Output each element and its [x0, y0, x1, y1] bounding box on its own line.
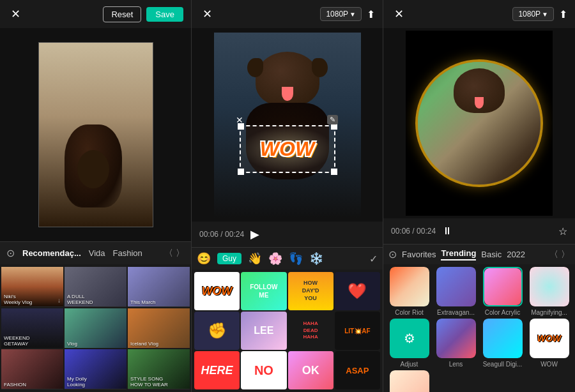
effect-label-extravagant: Extravagan... — [437, 309, 475, 316]
left-category-bar: ⊙ Recomendaç... Vida Fashion 〈 〉 — [0, 241, 191, 264]
right-upload-icon[interactable]: ⬆ — [559, 8, 567, 20]
effect-color-riot[interactable]: Color Riot — [387, 267, 431, 316]
category-recomend[interactable]: Recomendaç... — [22, 248, 81, 258]
circle-effect-frame — [415, 59, 543, 187]
template-label: WEEKENDGETAWAY — [4, 335, 29, 347]
sticker-cat-foot[interactable]: 👣 — [289, 252, 303, 266]
right-time-display: 00:06 / 00:24 — [391, 227, 436, 236]
sticker-follow-text: FOLLOWME — [250, 283, 277, 299]
effect-magnifying[interactable]: Magnifying... — [527, 267, 571, 316]
stickers-grid: WOW FOLLOWME HOWDAY'DYOU ❤️ ✊ LEE HAHADE… — [192, 269, 383, 392]
middle-topbar-controls: 1080P ▼ ⬆ — [320, 7, 375, 21]
right-topbar: ✕ 1080P ▼ ⬆ — [383, 0, 575, 28]
sticker-wow[interactable]: WOW — [194, 272, 240, 310]
right-playback-bar: 00:06 / 00:24 ⏸ ☆ — [383, 218, 575, 244]
sticker-asap[interactable]: ASAP — [335, 351, 380, 389]
sticker-handle-br[interactable] — [331, 169, 337, 175]
effects-cat-basic[interactable]: Basic — [481, 250, 502, 259]
effect-extravagant[interactable]: Extravagan... — [434, 267, 478, 316]
middle-canvas: WOW ✕ ✎ — [192, 28, 383, 222]
template-item[interactable]: This March — [128, 267, 190, 307]
right-pause-button[interactable]: ⏸ — [442, 225, 454, 237]
right-resolution-badge[interactable]: 1080P ▼ — [512, 7, 554, 21]
sticker-fist[interactable]: ✊ — [194, 312, 240, 350]
upload-icon[interactable]: ⬆ — [367, 8, 375, 20]
save-button[interactable]: Save — [146, 7, 183, 22]
left-topbar-actions: Reset Save — [103, 6, 183, 22]
sticker-lit[interactable]: LIT💥AF — [335, 312, 380, 350]
effect-label-wow: WOW — [540, 361, 558, 368]
sticker-fist-text: ✊ — [208, 322, 227, 340]
sticker-ok-text: OK — [302, 364, 319, 377]
sticker-wow-text: WOW — [202, 285, 233, 298]
effects-icon[interactable]: ⊙ — [388, 248, 397, 260]
middle-play-button[interactable]: ▶ — [250, 227, 259, 241]
effects-arrow[interactable]: 〈 〉 — [549, 249, 570, 260]
effect-lens[interactable]: Lens — [434, 319, 478, 368]
effect-label-lens: Lens — [449, 361, 463, 368]
right-canvas — [383, 28, 575, 218]
effect-wow-text: WOW — [537, 333, 561, 343]
resolution-badge[interactable]: 1080P ▼ — [320, 7, 362, 21]
category-vida[interactable]: Vida — [89, 248, 105, 258]
sticker-lee-text: LEE — [254, 325, 273, 336]
effect-adjust[interactable]: ⚙ Adjust — [387, 319, 431, 368]
effects-category-bar: ⊙ Favorites Trending Basic 2022 〈 〉 — [383, 244, 575, 264]
sticker-cat-snow[interactable]: ❄️ — [309, 252, 323, 266]
effect-label-magnifying: Magnifying... — [531, 309, 567, 316]
sticker-here[interactable]: HERE — [194, 351, 240, 389]
sticker-ok[interactable]: OK — [288, 351, 334, 389]
effect-thumb-magnifying — [530, 267, 569, 306]
sticker-cat-flower[interactable]: 🌸 — [268, 252, 282, 266]
sticker-here-text: HERE — [201, 364, 233, 377]
sticker-heart[interactable]: ❤️ — [335, 272, 380, 310]
middle-close-icon[interactable]: ✕ — [199, 7, 215, 21]
left-close-icon[interactable]: ✕ — [8, 7, 23, 21]
effect-thumb-color-riot — [390, 267, 429, 306]
sticker-cat-guy[interactable]: Guy — [217, 253, 241, 264]
effect-thumb-sad2 — [390, 370, 429, 392]
sticker-no[interactable]: NO — [241, 351, 286, 389]
sticker-edit-icon[interactable]: ✎ — [327, 115, 338, 124]
right-panel: ✕ 1080P ▼ ⬆ 00:06 / 00:24 ⏸ — [383, 0, 575, 392]
sticker-haha-text: HAHADEADHAHA — [303, 320, 318, 340]
template-item[interactable]: Iceland Vlog — [128, 308, 190, 349]
template-item[interactable]: Niki'sWeekly Vlog ↓ — [1, 267, 63, 307]
sticker-cat-wave[interactable]: 👋 — [248, 252, 262, 266]
middle-time-display: 00:06 / 00:24 — [199, 230, 244, 239]
sticker-handle-bl[interactable] — [238, 169, 244, 175]
effects-cat-trending[interactable]: Trending — [441, 248, 476, 260]
reset-button[interactable]: Reset — [103, 6, 141, 22]
sticker-close-icon[interactable]: ✕ — [236, 115, 243, 125]
sticker-haha[interactable]: HAHADEADHAHA — [288, 312, 334, 350]
template-item[interactable]: My DollyLooking — [65, 349, 126, 389]
sticker-lee[interactable]: LEE — [241, 312, 286, 350]
sticker-follow[interactable]: FOLLOWME — [241, 272, 286, 310]
effects-cat-favorites[interactable]: Favorites — [402, 250, 436, 259]
effect-thumb-adjust: ⚙ — [390, 319, 429, 358]
effects-cat-2022[interactable]: 2022 — [507, 250, 525, 259]
template-label: A DULLWEEKEND — [67, 294, 93, 305]
middle-video-preview: WOW ✕ ✎ — [214, 33, 361, 218]
right-star-button[interactable]: ☆ — [558, 225, 567, 237]
category-arrow[interactable]: 〈 〉 — [164, 248, 185, 259]
left-panel: ✕ Reset Save ⊙ Recomendaç... Vida Fashio… — [0, 0, 192, 392]
effect-color-acrylic[interactable]: Color Acrylic — [480, 267, 525, 316]
template-item[interactable]: A DULLWEEKEND — [65, 267, 126, 307]
template-item[interactable]: STYLE SONGHOW TO WEAR — [128, 349, 190, 389]
effect-seagull[interactable]: Seagull Digi... — [480, 319, 525, 368]
template-item[interactable]: Vlog — [65, 308, 126, 349]
sticker-cat-emoji[interactable]: 😊 — [197, 252, 211, 266]
right-close-icon[interactable]: ✕ — [391, 7, 406, 21]
effect-wow[interactable]: WOW WOW — [527, 319, 571, 368]
category-icon[interactable]: ⊙ — [6, 247, 15, 259]
effect-sad2[interactable]: Sad 2 — [387, 370, 431, 392]
template-label: This March — [130, 299, 156, 305]
template-label: Niki'sWeekly Vlog — [4, 294, 32, 305]
template-item[interactable]: WEEKENDGETAWAY — [1, 308, 63, 349]
template-label: Vlog — [67, 341, 77, 347]
template-item[interactable]: FASHION — [1, 349, 63, 389]
sticker-howd[interactable]: HOWDAY'DYOU — [288, 272, 334, 310]
category-fashion[interactable]: Fashion — [113, 248, 142, 258]
sticker-check-icon[interactable]: ✓ — [369, 253, 378, 265]
